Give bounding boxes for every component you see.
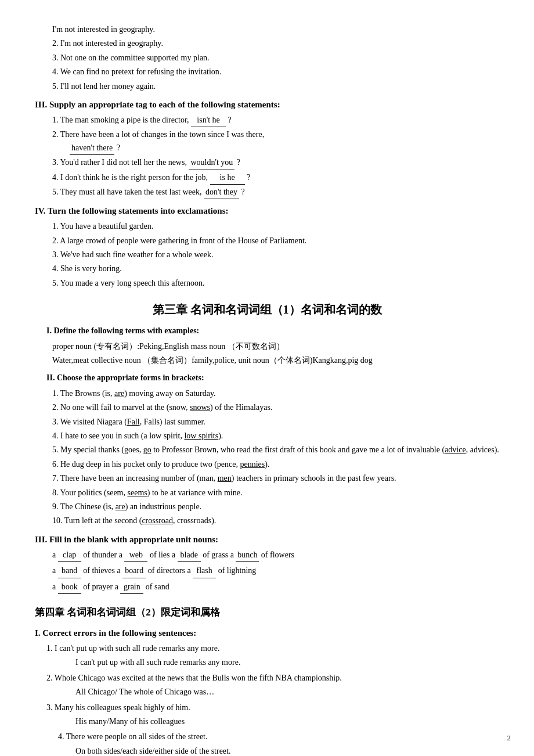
fill-row: a clap of thunder a web of lies a blade … <box>52 549 499 562</box>
list-item: 2. Whole Chicago was excited at the news… <box>46 672 499 685</box>
chapter3-section-ii-title: II. Choose the appropriate forms in brac… <box>46 372 499 384</box>
page-number: 2 <box>507 732 511 744</box>
fill-row: a book of prayer a grain of sand <box>52 581 499 594</box>
list-item: 4. There were people on all sides of the… <box>58 730 499 743</box>
blank-field: board <box>122 564 146 578</box>
list-item: 5. They must all have taken the test las… <box>52 186 499 199</box>
blank-field: band <box>58 564 81 578</box>
blank-field: grain <box>120 581 143 594</box>
blank-field: clap <box>58 549 81 562</box>
list-item: 5. I'll not lend her money again. <box>52 80 499 93</box>
list-item: 7. There have been an increasing number … <box>52 472 499 485</box>
list-item: 3. Not one on the committee supported my… <box>52 52 499 64</box>
list-item: 3. We've had such fine weather for a who… <box>52 249 499 261</box>
blank-field: blade <box>178 549 201 562</box>
list-item: 2. There have been a lot of changes in t… <box>52 128 499 155</box>
pre-sections: I'm not interested in geography. <box>35 23 499 36</box>
blank-field: flash <box>193 564 216 578</box>
list-item: 4. I hate to see you in such (a low spir… <box>52 430 499 442</box>
list-item: 5. You made a very long speech this afte… <box>52 277 499 290</box>
define-row: Water,meat collective noun （集合名词）family,… <box>52 354 499 367</box>
blank-field: web <box>124 549 147 562</box>
answer-line: On both sides/each side/either side of t… <box>75 745 499 756</box>
list-item: 5. My special thanks (goes, go to Profes… <box>52 444 499 456</box>
list-item: 1. You have a beautiful garden. <box>52 220 499 233</box>
list-item: 3. Many his colleagues speak highly of h… <box>46 701 499 714</box>
fill-table: a clap of thunder a web of lies a blade … <box>52 549 499 594</box>
list-item: 3. You'd rather I did not tell her the n… <box>52 156 499 170</box>
answer-line: All Chicago/ The whole of Chicago was… <box>75 686 499 699</box>
answer-line: His many/Many of his colleagues <box>75 715 499 728</box>
chapter4-section-i-title: I. Correct errors in the following sente… <box>35 626 499 640</box>
list-item: I'm not interested in geography. <box>52 23 499 36</box>
define-row: proper noun (专有名词）:Peking,English mass n… <box>52 340 499 353</box>
chapter4-title: 第四章 名词和名词词组（2）限定词和属格 <box>35 604 499 620</box>
list-item: 10. Turn left at the second (crossroad, … <box>52 514 499 527</box>
list-item: 4. I don't think he is the right person … <box>52 171 499 185</box>
list-item: 4. She is very boring. <box>52 262 499 275</box>
list-item: 3. We visited Niagara (Fall, Falls) last… <box>52 416 499 429</box>
list-item: 9. The Chinese (is, are) an industrious … <box>52 501 499 513</box>
list-item: 1. The man smoking a pipe is the directo… <box>52 114 499 127</box>
fill-row: a band of thieves a board of directors a… <box>52 564 499 578</box>
list-item: 2. I'm not interested in geography. <box>52 37 499 50</box>
section-iv-title: IV. Turn the following statements into e… <box>35 204 499 218</box>
chapter3-section-iii-title: III. Fill in the blank with appropriate … <box>35 532 499 546</box>
list-item: 2. No one will fail to marvel at the (sn… <box>52 401 499 414</box>
list-item: 8. Your politics (seem, seems) to be at … <box>52 487 499 499</box>
list-item: 4. We can find no pretext for refusing t… <box>52 66 499 78</box>
answer-line: I can't put up with all such rude remark… <box>75 656 499 669</box>
list-item: 1. I can't put up with such all rude rem… <box>46 642 499 655</box>
section-iii-title: III. Supply an appropriate tag to each o… <box>35 98 499 111</box>
blank-field: book <box>58 581 81 594</box>
chapter3-section-i-title: I. Define the following terms with examp… <box>46 325 499 337</box>
chapter3-title: 第三章 名词和名词词组（1）名词和名词的数 <box>35 300 499 319</box>
blank-field: bunch <box>236 549 259 562</box>
list-item: 6. He dug deep in his pocket only to pro… <box>52 458 499 471</box>
list-item: 1. The Browns (is, are) moving away on S… <box>52 387 499 400</box>
list-item: 2. A large crowd of people were gatherin… <box>52 235 499 247</box>
